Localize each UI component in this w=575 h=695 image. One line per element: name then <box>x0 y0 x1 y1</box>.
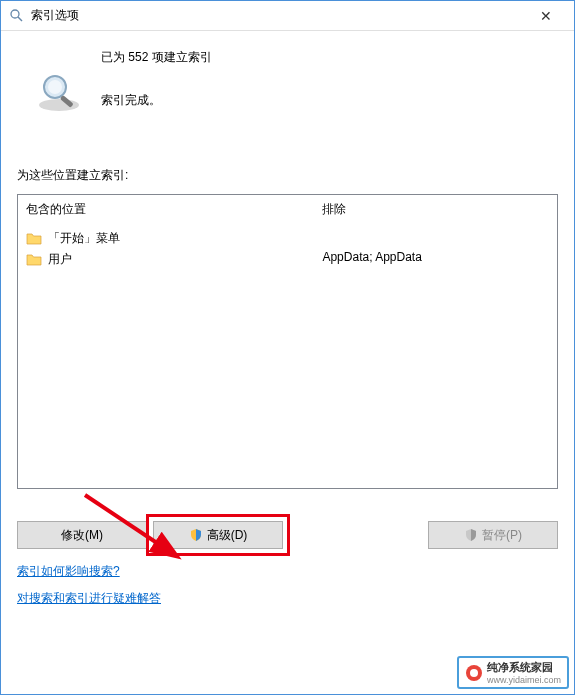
status-area: 已为 552 项建立索引 索引完成。 <box>35 49 558 117</box>
button-label: 修改(M) <box>61 527 103 544</box>
app-icon <box>9 8 25 24</box>
buttons-row: 修改(M) 高级(D) 暂停(P) <box>17 521 558 549</box>
shield-icon <box>464 528 478 542</box>
watermark-url: www.yidaimei.com <box>487 675 561 685</box>
index-count-text: 已为 552 项建立索引 <box>101 49 212 66</box>
troubleshoot-link[interactable]: 对搜索和索引进行疑难解答 <box>17 590 161 607</box>
svg-point-2 <box>39 99 79 111</box>
pause-button: 暂停(P) <box>428 521 558 549</box>
magnifier-icon <box>35 69 83 117</box>
locations-label: 为这些位置建立索引: <box>17 167 558 184</box>
watermark: 纯净系统家园 www.yidaimei.com <box>457 656 569 689</box>
indexing-options-dialog: 索引选项 ✕ 已为 552 项建立索引 索引完成。 为这些位置建立索引: <box>0 0 575 695</box>
dialog-content: 已为 552 项建立索引 索引完成。 为这些位置建立索引: 包含的位置 「开始」… <box>1 31 574 694</box>
folder-icon <box>26 252 42 268</box>
button-label: 暂停(P) <box>482 527 522 544</box>
list-item[interactable]: 用户 <box>26 249 306 270</box>
close-button[interactable]: ✕ <box>526 2 566 30</box>
close-icon: ✕ <box>540 8 552 24</box>
included-header: 包含的位置 <box>18 195 314 224</box>
help-links: 索引如何影响搜索? 对搜索和索引进行疑难解答 <box>17 563 558 617</box>
folder-icon <box>26 231 42 247</box>
button-label: 高级(D) <box>207 527 248 544</box>
index-complete-text: 索引完成。 <box>101 92 212 109</box>
item-label: 用户 <box>48 251 72 268</box>
excluded-header: 排除 <box>314 195 557 224</box>
svg-point-4 <box>48 80 62 94</box>
excluded-body: AppData; AppData <box>314 224 557 268</box>
titlebar: 索引选项 ✕ <box>1 1 574 31</box>
svg-point-0 <box>11 10 19 18</box>
watermark-logo-icon <box>465 664 483 682</box>
status-texts: 已为 552 项建立索引 索引完成。 <box>101 49 212 117</box>
advanced-button[interactable]: 高级(D) <box>153 521 283 549</box>
item-label: 「开始」菜单 <box>48 230 120 247</box>
modify-button[interactable]: 修改(M) <box>17 521 147 549</box>
excluded-column: 排除 AppData; AppData <box>314 195 557 488</box>
how-indexing-affects-link[interactable]: 索引如何影响搜索? <box>17 563 120 580</box>
locations-listbox[interactable]: 包含的位置 「开始」菜单 用户 <box>17 194 558 489</box>
excluded-text: AppData; AppData <box>322 250 549 264</box>
svg-line-1 <box>18 17 22 21</box>
list-item[interactable]: 「开始」菜单 <box>26 228 306 249</box>
included-body: 「开始」菜单 用户 <box>18 224 314 274</box>
shield-icon <box>189 528 203 542</box>
watermark-name: 纯净系统家园 <box>487 660 561 675</box>
window-title: 索引选项 <box>31 7 526 24</box>
included-column: 包含的位置 「开始」菜单 用户 <box>18 195 314 488</box>
